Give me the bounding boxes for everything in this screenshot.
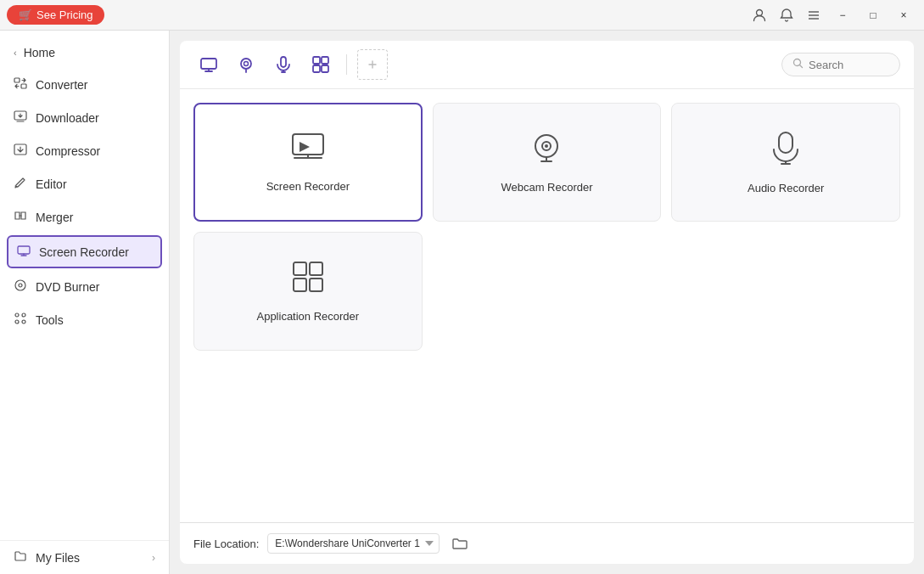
svg-point-9	[15, 280, 25, 290]
svg-rect-31	[294, 279, 306, 291]
svg-rect-22	[322, 65, 328, 72]
svg-point-0	[757, 9, 763, 15]
svg-rect-20	[322, 57, 328, 64]
screen-recorder-card-icon	[291, 132, 325, 170]
card-application-recorder[interactable]: Application Recorder	[193, 232, 423, 351]
merger-label: Merger	[36, 211, 73, 224]
screen-recorder-card-label: Screen Recorder	[266, 180, 350, 193]
svg-rect-24	[293, 134, 323, 155]
svg-point-16	[241, 59, 251, 69]
back-icon: ‹	[14, 48, 17, 58]
application-recorder-card-label: Application Recorder	[256, 310, 359, 323]
sidebar-my-files[interactable]: My Files ›	[0, 540, 169, 574]
audio-recorder-card-label: Audio Recorder	[748, 182, 824, 194]
search-input[interactable]	[809, 59, 885, 71]
add-tab-button[interactable]	[357, 49, 388, 80]
search-icon	[792, 58, 804, 71]
compressor-icon	[14, 143, 27, 159]
webcam-recorder-card-icon	[530, 132, 563, 171]
svg-rect-18	[281, 57, 286, 67]
home-label: Home	[24, 46, 55, 59]
tab-audio-recorder[interactable]	[268, 49, 299, 80]
sidebar-spacer	[0, 336, 169, 540]
sidebar-item-editor[interactable]: Editor	[0, 167, 169, 200]
svg-point-13	[15, 320, 19, 324]
svg-rect-21	[313, 65, 320, 72]
main-content: Screen Recorder Webcam Recorder	[170, 31, 924, 574]
svg-point-11	[15, 313, 19, 317]
svg-rect-19	[313, 57, 320, 64]
downloader-label: Downloader	[36, 111, 99, 125]
merger-icon	[14, 209, 27, 225]
toolbar-divider	[346, 54, 347, 75]
svg-rect-29	[294, 262, 306, 275]
my-files-icon	[14, 549, 27, 566]
converter-icon	[14, 76, 27, 93]
minimize-button[interactable]: −	[829, 3, 856, 27]
svg-rect-4	[14, 78, 20, 82]
file-location-label: File Location:	[193, 537, 259, 550]
svg-point-12	[22, 313, 25, 317]
converter-label: Converter	[36, 78, 87, 92]
footer-bar: File Location: E:\Wondershare UniConvert…	[180, 522, 914, 564]
downloader-icon	[14, 110, 27, 126]
sidebar-item-tools[interactable]: Tools	[0, 303, 169, 336]
svg-rect-15	[201, 59, 216, 69]
svg-rect-8	[18, 246, 30, 254]
svg-rect-5	[21, 84, 26, 88]
see-pricing-label: See Pricing	[36, 8, 92, 21]
sidebar-item-dvd-burner[interactable]: DVD Burner	[0, 270, 169, 303]
card-screen-recorder[interactable]: Screen Recorder	[193, 103, 423, 222]
main-panel: Screen Recorder Webcam Recorder	[180, 41, 914, 564]
sidebar-item-converter[interactable]: Converter	[0, 68, 169, 101]
app-body: ‹ Home Converter Do	[0, 31, 924, 574]
notification-icon[interactable]	[775, 3, 798, 27]
audio-recorder-card-icon	[770, 131, 801, 172]
screen-recorder-nav-icon	[17, 244, 31, 260]
sidebar-item-downloader[interactable]: Downloader	[0, 101, 169, 134]
titlebar: 🛒 See Pricing − □ ×	[0, 0, 924, 31]
browse-folder-button[interactable]	[448, 532, 472, 555]
svg-point-27	[545, 144, 548, 148]
sidebar: ‹ Home Converter Do	[0, 31, 170, 574]
tools-label: Tools	[36, 313, 64, 327]
maximize-button[interactable]: □	[860, 3, 887, 27]
file-location-select[interactable]: E:\Wondershare UniConverter 1	[267, 533, 440, 554]
application-recorder-card-icon	[292, 261, 324, 300]
webcam-recorder-card-label: Webcam Recorder	[501, 181, 592, 194]
see-pricing-button[interactable]: 🛒 See Pricing	[7, 5, 104, 25]
toolbar	[180, 41, 914, 89]
tab-webcam-recorder[interactable]	[231, 49, 261, 80]
sidebar-item-merger[interactable]: Merger	[0, 200, 169, 234]
user-icon[interactable]	[748, 3, 771, 27]
my-files-arrow: ›	[152, 552, 155, 564]
tab-screen-recorder[interactable]	[193, 49, 224, 80]
editor-icon	[14, 176, 27, 192]
svg-point-14	[22, 320, 25, 324]
svg-rect-28	[779, 132, 792, 153]
svg-rect-32	[310, 279, 322, 291]
my-files-label: My Files	[36, 551, 80, 565]
cards-area: Screen Recorder Webcam Recorder	[180, 89, 914, 522]
compressor-label: Compressor	[36, 144, 100, 158]
svg-point-23	[794, 59, 801, 66]
menu-icon[interactable]	[802, 3, 826, 27]
editor-label: Editor	[36, 177, 67, 191]
screen-recorder-nav-label: Screen Recorder	[39, 245, 129, 259]
close-button[interactable]: ×	[890, 3, 917, 27]
sidebar-item-screen-recorder[interactable]: Screen Recorder	[7, 235, 162, 268]
cart-icon: 🛒	[19, 8, 32, 21]
sidebar-item-compressor[interactable]: Compressor	[0, 134, 169, 167]
search-box	[781, 53, 900, 76]
svg-rect-30	[310, 262, 322, 275]
sidebar-home[interactable]: ‹ Home	[0, 37, 169, 68]
card-audio-recorder[interactable]: Audio Recorder	[671, 103, 900, 222]
svg-point-10	[19, 284, 22, 287]
tab-application-recorder[interactable]	[305, 49, 336, 80]
tools-icon	[14, 312, 27, 328]
svg-point-17	[244, 62, 249, 66]
card-webcam-recorder[interactable]: Webcam Recorder	[433, 103, 662, 222]
dvd-burner-icon	[14, 279, 27, 295]
dvd-burner-label: DVD Burner	[36, 280, 99, 294]
